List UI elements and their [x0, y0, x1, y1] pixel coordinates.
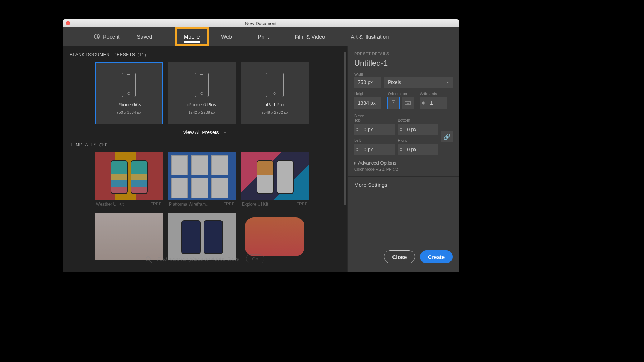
- heading-text: BLANK DOCUMENT PRESETS: [70, 52, 135, 57]
- template-thumb: [168, 152, 236, 200]
- more-settings-button[interactable]: More Settings: [354, 182, 453, 188]
- view-all-label: View All Presets: [183, 129, 219, 135]
- units-value: Pixels: [388, 79, 401, 85]
- template-price: FREE: [224, 202, 235, 207]
- preset-iphone-6-plus[interactable]: iPhone 6 Plus 1242 x 2208 px: [168, 62, 236, 124]
- top-label: Top: [354, 118, 395, 122]
- orientation-label: Orientation: [388, 92, 414, 96]
- tab-label: Web: [221, 34, 232, 40]
- units-select[interactable]: Pixels: [384, 77, 453, 88]
- search-placeholder[interactable]: Find more templates on Adobe Stock: [157, 256, 239, 262]
- advanced-label: Advanced Options: [358, 160, 396, 166]
- stepper[interactable]: [398, 144, 404, 155]
- link-icon: 🔗: [443, 133, 450, 140]
- template-card[interactable]: [168, 213, 236, 260]
- template-card[interactable]: [95, 213, 163, 260]
- bleed-label: Bleed: [354, 114, 453, 118]
- preset-panel: BLANK DOCUMENT PRESETS (11) iPhone 6/6s …: [63, 46, 347, 272]
- template-name: Explore UI Kit: [242, 202, 268, 207]
- preset-ipad-pro[interactable]: iPad Pro 2048 x 2732 px: [241, 62, 309, 124]
- artboards-stepper[interactable]: [420, 97, 426, 109]
- plus-icon: ＋: [223, 130, 227, 135]
- value: 0 px: [361, 127, 376, 132]
- details-label: PRESET DETAILS: [354, 52, 453, 56]
- template-name: Platforma Wirefram...: [169, 202, 209, 207]
- tab-label: Film & Video: [295, 34, 325, 40]
- bleed-top-input[interactable]: 0 px: [354, 124, 395, 135]
- preset-name: iPhone 6 Plus: [187, 102, 216, 107]
- tab-label: Print: [258, 34, 269, 40]
- view-all-presets[interactable]: View All Presets ＋: [70, 129, 340, 136]
- stepper[interactable]: [354, 144, 361, 155]
- templates-heading: TEMPLATES (19): [70, 142, 340, 147]
- stepper[interactable]: [398, 124, 404, 135]
- bleed-right-input[interactable]: 0 px: [398, 144, 439, 155]
- right-label: Right: [398, 138, 439, 142]
- preset-name: iPad Pro: [266, 102, 284, 107]
- new-document-dialog: New Document Recent Saved Mobile Web Pri…: [63, 19, 459, 272]
- link-bleed-button[interactable]: 🔗: [441, 131, 453, 142]
- phone-icon: [195, 73, 209, 97]
- template-explore-ui[interactable]: Explore UI Kit FREE: [241, 152, 309, 207]
- search-icon: [146, 256, 151, 261]
- tab-label: Saved: [137, 34, 152, 40]
- bleed-left-input[interactable]: 0 px: [354, 144, 395, 155]
- orientation-landscape[interactable]: [402, 97, 414, 109]
- preset-dims: 750 x 1334 px: [116, 110, 141, 114]
- artboards-label: Artboards: [420, 92, 447, 96]
- presets-heading: BLANK DOCUMENT PRESETS (11): [70, 52, 340, 57]
- create-button[interactable]: Create: [420, 250, 453, 263]
- preset-name: iPhone 6/6s: [117, 102, 141, 107]
- tab-film-video[interactable]: Film & Video: [282, 27, 338, 46]
- category-tabs: Recent Saved Mobile Web Print Film & Vid…: [63, 27, 459, 46]
- tab-web[interactable]: Web: [208, 27, 245, 46]
- tab-label: Art & Illustration: [351, 34, 389, 40]
- tab-label: Mobile: [184, 34, 200, 40]
- go-button[interactable]: Go: [246, 254, 264, 263]
- document-name[interactable]: Untitled-1: [354, 59, 453, 68]
- tab-recent[interactable]: Recent: [86, 27, 128, 46]
- tablet-icon: [266, 73, 284, 97]
- width-input[interactable]: 750 px: [354, 77, 381, 88]
- height-input[interactable]: 1334 px: [354, 97, 381, 109]
- tab-print[interactable]: Print: [245, 27, 282, 46]
- template-thumb: [245, 217, 304, 256]
- artboards-input[interactable]: 1: [426, 97, 447, 109]
- tab-saved[interactable]: Saved: [128, 27, 161, 46]
- template-thumb: [95, 213, 163, 260]
- template-weather-ui[interactable]: Weather UI Kit FREE: [95, 152, 163, 207]
- orientation-portrait[interactable]: [388, 97, 399, 109]
- close-icon[interactable]: [66, 21, 70, 25]
- bottom-label: Bottom: [398, 118, 439, 122]
- advanced-options-toggle[interactable]: Advanced Options: [354, 160, 453, 166]
- height-label: Height: [354, 92, 381, 96]
- stepper[interactable]: [354, 124, 361, 135]
- preset-iphone-6[interactable]: iPhone 6/6s 750 x 1334 px: [95, 62, 163, 124]
- value: 0 px: [404, 147, 419, 152]
- template-platforma[interactable]: Platforma Wirefram... FREE: [168, 152, 236, 207]
- template-card[interactable]: [241, 213, 309, 260]
- template-thumb: [241, 152, 309, 200]
- tab-label: Recent: [103, 34, 120, 40]
- chevron-down-icon: [446, 82, 449, 83]
- color-mode-text: Color Mode:RGB, PPI:72: [354, 167, 453, 171]
- scrollbar[interactable]: [344, 52, 346, 205]
- divider: [168, 32, 168, 41]
- close-button[interactable]: Close: [384, 250, 415, 263]
- template-name: Weather UI Kit: [96, 202, 124, 207]
- portrait-icon: [392, 100, 395, 106]
- preset-count: (11): [138, 52, 146, 57]
- heading-text: TEMPLATES: [70, 142, 97, 147]
- chevron-right-icon: [354, 162, 356, 165]
- template-count: (19): [99, 142, 108, 147]
- value: 0 px: [361, 147, 376, 152]
- tab-art-illustration[interactable]: Art & Illustration: [338, 27, 401, 46]
- left-label: Left: [354, 138, 395, 142]
- phone-icon: [122, 73, 136, 97]
- tab-mobile[interactable]: Mobile: [175, 27, 208, 46]
- window-title: New Document: [63, 21, 459, 26]
- landscape-icon: [405, 101, 411, 105]
- bleed-bottom-input[interactable]: 0 px: [398, 124, 439, 135]
- divider: [348, 176, 459, 177]
- stock-search: Find more templates on Adobe Stock Go: [63, 254, 347, 263]
